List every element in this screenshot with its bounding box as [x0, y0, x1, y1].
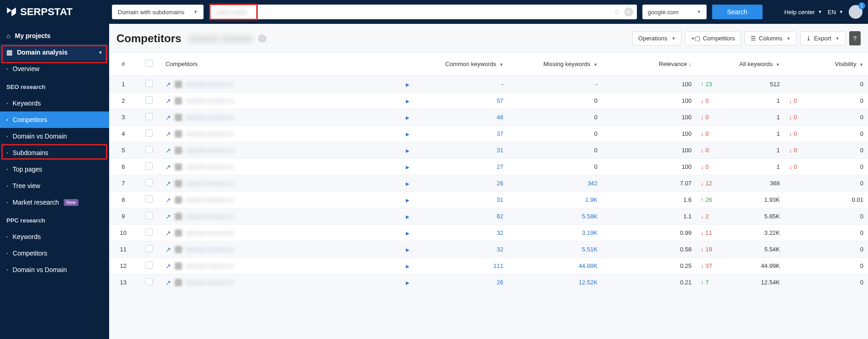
expand-icon[interactable]: ▶ — [406, 247, 409, 252]
expand-icon[interactable]: ▶ — [406, 148, 409, 153]
sidebar-item-overview[interactable]: • Overview — [0, 61, 109, 77]
expand-icon[interactable]: ▶ — [406, 181, 409, 186]
sidebar-item-market-research[interactable]: • Market research New — [0, 194, 109, 211]
logo[interactable]: SERPSTAT — [6, 6, 106, 18]
common-keywords-cell[interactable]: 27 — [414, 159, 508, 175]
missing-keywords-cell[interactable]: 12.52K — [508, 274, 602, 291]
open-link-icon[interactable]: ↗ — [166, 81, 171, 88]
col-number[interactable]: # — [109, 52, 138, 76]
operations-button[interactable]: Operations ▼ — [632, 31, 682, 45]
expand-icon[interactable]: ▶ — [406, 98, 409, 103]
sidebar-item-domain-analysis[interactable]: ▥ Domain analysis ▼ — [0, 44, 109, 61]
expand-icon[interactable]: ▶ — [406, 280, 409, 285]
missing-keywords-cell[interactable]: 0 — [508, 93, 602, 109]
info-icon[interactable]: i — [258, 34, 266, 43]
row-checkbox[interactable] — [145, 129, 153, 137]
open-link-icon[interactable]: ↗ — [166, 130, 171, 138]
domain-mode-select[interactable]: Domain with subdomains ▼ — [112, 5, 204, 19]
row-checkbox[interactable] — [145, 261, 153, 269]
export-button[interactable]: ⤓ Export ▼ — [800, 31, 846, 45]
competitor-domain[interactable]: xxxxxxx xxxxxx xx — [186, 114, 234, 121]
common-keywords-cell[interactable]: 26 — [414, 175, 508, 192]
missing-keywords-cell[interactable]: 44.88K — [508, 258, 602, 274]
open-link-icon[interactable]: ↗ — [166, 97, 171, 105]
sidebar-item-ppc-keywords[interactable]: • Keywords — [0, 228, 109, 245]
open-link-icon[interactable]: ↗ — [166, 196, 171, 204]
user-avatar[interactable] — [849, 5, 862, 19]
search-input-wrap[interactable]: xxxxx xxxxx ☆ ✕ — [209, 5, 637, 19]
row-checkbox[interactable] — [145, 113, 153, 120]
open-link-icon[interactable]: ↗ — [166, 163, 171, 171]
competitor-domain[interactable]: xxxxxxx xxxxxx xx — [186, 163, 234, 170]
common-keywords-cell[interactable]: 111 — [414, 258, 508, 274]
missing-keywords-cell[interactable]: 1.9K — [508, 192, 602, 208]
col-missing-keywords[interactable]: Missing keywords ▼ — [508, 52, 602, 76]
row-checkbox[interactable] — [145, 96, 153, 104]
missing-keywords-cell[interactable]: 0 — [508, 126, 602, 142]
sidebar-item-competitors[interactable]: • Competitors — [0, 111, 109, 128]
help-button[interactable]: ? — [849, 31, 861, 45]
common-keywords-cell[interactable]: 57 — [414, 93, 508, 109]
competitor-domain[interactable]: xxxxxxx xxxxxx xx — [186, 229, 234, 236]
competitor-domain[interactable]: xxxxxxx xxxxxx xx — [186, 196, 234, 203]
common-keywords-cell[interactable]: 32 — [414, 241, 508, 258]
expand-icon[interactable]: ▶ — [406, 263, 409, 268]
missing-keywords-cell[interactable]: 342 — [508, 175, 602, 192]
open-link-icon[interactable]: ↗ — [166, 246, 171, 253]
common-keywords-cell[interactable]: 48 — [414, 109, 508, 126]
common-keywords-cell[interactable]: - — [414, 76, 508, 93]
col-competitors[interactable]: Competitors — [161, 52, 414, 76]
sidebar-item-my-projects[interactable]: ⌂ My projects — [0, 28, 109, 44]
row-checkbox[interactable] — [145, 179, 153, 186]
clear-icon[interactable]: ✕ — [624, 7, 633, 17]
help-center-link[interactable]: Help center ▼ — [785, 9, 822, 16]
expand-icon[interactable]: ▶ — [406, 82, 409, 87]
expand-icon[interactable]: ▶ — [406, 214, 409, 219]
common-keywords-cell[interactable]: 31 — [414, 142, 508, 159]
row-checkbox[interactable] — [145, 146, 153, 153]
missing-keywords-cell[interactable]: 0 — [508, 142, 602, 159]
competitor-domain[interactable]: xxxxxxx xxxxxx xx — [186, 147, 234, 154]
sidebar-item-tree-view[interactable]: • Tree view — [0, 178, 109, 194]
expand-icon[interactable]: ▶ — [406, 197, 409, 202]
missing-keywords-cell[interactable]: 5.58K — [508, 208, 602, 225]
sidebar-item-ppc-competitors[interactable]: • Competitors — [0, 245, 109, 261]
star-icon[interactable]: ☆ — [614, 7, 620, 17]
expand-icon[interactable]: ▶ — [406, 230, 409, 235]
common-keywords-cell[interactable]: 26 — [414, 274, 508, 291]
sidebar-item-top-pages[interactable]: • Top pages — [0, 161, 109, 178]
sidebar-item-ppc-dvd[interactable]: • Domain vs Domain — [0, 261, 109, 278]
competitor-domain[interactable]: xxxxxxx xxxxxx xx — [186, 180, 234, 187]
row-checkbox[interactable] — [145, 195, 153, 203]
competitor-domain[interactable]: xxxxxxx xxxxxx xx — [186, 262, 234, 269]
missing-keywords-cell[interactable]: 5.51K — [508, 241, 602, 258]
sidebar-item-keywords[interactable]: • Keywords — [0, 95, 109, 111]
common-keywords-cell[interactable]: 37 — [414, 126, 508, 142]
col-relevance[interactable]: Relevance ↓ — [602, 52, 696, 76]
competitor-domain[interactable]: xxxxxxx xxxxxx xx — [186, 213, 234, 220]
open-link-icon[interactable]: ↗ — [166, 262, 171, 270]
open-link-icon[interactable]: ↗ — [166, 180, 171, 187]
open-link-icon[interactable]: ↗ — [166, 229, 171, 237]
common-keywords-cell[interactable]: 31 — [414, 192, 508, 208]
competitor-domain[interactable]: xxxxxxx xxxxxx xx — [186, 97, 234, 104]
sidebar-item-subdomains[interactable]: • Subdomains — [0, 144, 109, 161]
open-link-icon[interactable]: ↗ — [166, 147, 171, 154]
search-engine-select[interactable]: google.com ▼ — [642, 5, 707, 19]
expand-icon[interactable]: ▶ — [406, 131, 409, 136]
missing-keywords-cell[interactable]: - — [508, 76, 602, 93]
missing-keywords-cell[interactable]: 0 — [508, 109, 602, 126]
search-button[interactable]: Search — [712, 5, 763, 19]
competitor-domain[interactable]: xxxxxxx xxxxxx xx — [186, 81, 234, 88]
columns-button[interactable]: ☰ Columns ▼ — [745, 31, 796, 45]
competitor-domain[interactable]: xxxxxxx xxxxxx xx — [186, 130, 234, 137]
col-common-keywords[interactable]: Common keywords ▼ — [414, 52, 508, 76]
open-link-icon[interactable]: ↗ — [166, 114, 171, 121]
missing-keywords-cell[interactable]: 0 — [508, 159, 602, 175]
col-visibility[interactable]: Visibility ▼ — [785, 52, 868, 76]
common-keywords-cell[interactable]: 32 — [414, 225, 508, 241]
language-select[interactable]: EN ▼ — [828, 9, 843, 16]
expand-icon[interactable]: ▶ — [406, 115, 409, 120]
open-link-icon[interactable]: ↗ — [166, 213, 171, 220]
row-checkbox[interactable] — [145, 80, 153, 87]
